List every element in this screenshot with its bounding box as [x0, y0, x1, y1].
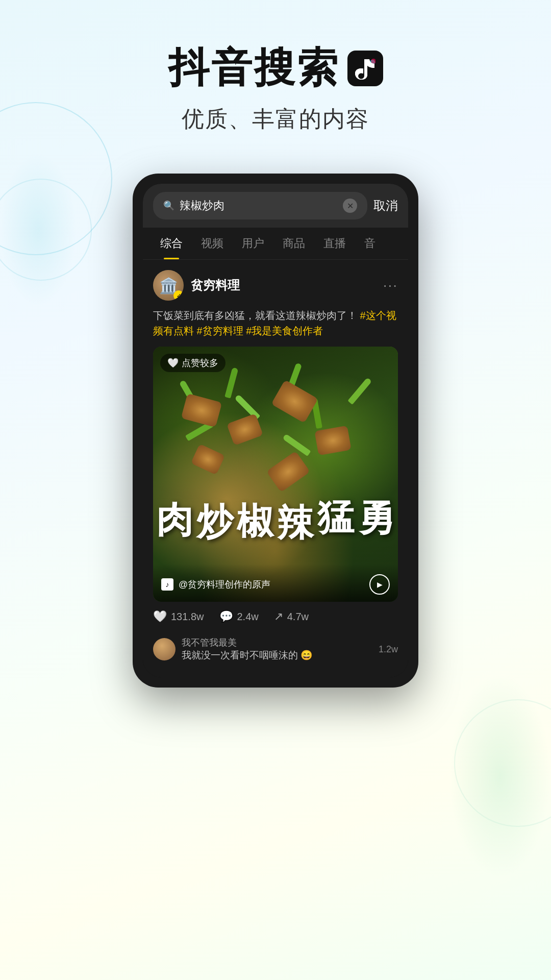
- tiktok-small-icon: ♪: [161, 578, 173, 591]
- comments-stat[interactable]: 💬 2.4w: [219, 610, 259, 623]
- search-cancel-button[interactable]: 取消: [373, 198, 398, 214]
- tab-直播[interactable]: 直播: [314, 228, 355, 259]
- tab-商品[interactable]: 商品: [273, 228, 314, 259]
- creator-name[interactable]: 贫穷料理: [191, 277, 240, 293]
- video-container[interactable]: 勇猛辣椒炒肉 🤍 点赞较多 ♪ @贫穷料理创作的原声 ▶: [153, 347, 398, 602]
- likes-badge-text: 点赞较多: [182, 357, 218, 369]
- tab-bar: 综合 视频 用户 商品 直播 音: [143, 228, 408, 260]
- description-text: 下饭菜到底有多凶猛，就看这道辣椒炒肉了！: [153, 310, 357, 321]
- comment-content: 我不管我最美 我就没一次看时不咽唾沫的 😄: [182, 636, 313, 662]
- post-description: 下饭菜到底有多凶猛，就看这道辣椒炒肉了！ #这个视频有点料 #贫穷料理 #我是美…: [153, 308, 398, 338]
- play-button[interactable]: ▶: [369, 574, 390, 595]
- likes-badge: 🤍 点赞较多: [160, 354, 226, 372]
- shares-count: 4.7w: [287, 611, 309, 623]
- bg-decoration-blob-left: [0, 153, 77, 306]
- commenter-avatar: [153, 638, 176, 660]
- comment-stat-icon: 💬: [219, 610, 233, 623]
- search-icon: 🔍: [163, 200, 174, 211]
- bg-decoration-blob-right: [449, 674, 551, 878]
- tab-音[interactable]: 音: [355, 228, 385, 259]
- tab-用户[interactable]: 用户: [233, 228, 273, 259]
- heart-stat-icon: 🤍: [153, 610, 167, 623]
- search-input-container[interactable]: 🔍 辣椒炒肉 ✕: [153, 192, 367, 219]
- video-bottom-bar: ♪ @贫穷料理创作的原声 ▶: [153, 564, 398, 602]
- main-title: 抖音搜索: [0, 41, 551, 96]
- search-query-text: 辣椒炒肉: [180, 198, 338, 213]
- commenter-name: 我不管我最美: [182, 636, 313, 649]
- video-source-text: @贫穷料理创作的原声: [179, 578, 364, 591]
- hashtag-3[interactable]: #我是美食创作者: [246, 325, 323, 336]
- comment-count: 1.2w: [379, 644, 398, 655]
- comment-preview: 我不管我最美 我就没一次看时不咽唾沫的 😄 1.2w: [153, 631, 398, 667]
- creator-header: 🏛️ ✓ 贫穷料理 ···: [153, 270, 398, 301]
- content-area: 🏛️ ✓ 贫穷料理 ··· 下饭菜到底有多凶猛，就看这道辣椒炒肉了！ #这个视频…: [143, 260, 408, 677]
- engagement-bar: 🤍 131.8w 💬 2.4w ↗ 4.7w: [153, 602, 398, 631]
- video-text-overlay: 勇猛辣椒炒肉: [153, 347, 398, 602]
- likes-count: 131.8w: [171, 611, 204, 623]
- video-thumbnail: 勇猛辣椒炒肉 🤍 点赞较多: [153, 347, 398, 602]
- more-options-button[interactable]: ···: [383, 277, 398, 293]
- hashtag-2[interactable]: #贫穷料理: [197, 325, 243, 336]
- search-bar: 🔍 辣椒炒肉 ✕ 取消: [143, 184, 408, 228]
- phone-frame: 🔍 辣椒炒肉 ✕ 取消 综合 视频 用户 商品: [133, 174, 418, 688]
- comments-count: 2.4w: [237, 611, 259, 623]
- title-text: 抖音搜索: [168, 41, 340, 96]
- creator-info: 🏛️ ✓ 贫穷料理: [153, 270, 240, 301]
- heart-icon: 🤍: [167, 357, 179, 369]
- shares-stat[interactable]: ↗ 4.7w: [274, 610, 309, 623]
- phone-mockup: 🔍 辣椒炒肉 ✕ 取消 综合 视频 用户 商品: [133, 174, 418, 688]
- search-clear-button[interactable]: ✕: [343, 199, 357, 213]
- likes-stat[interactable]: 🤍 131.8w: [153, 610, 204, 623]
- tab-视频[interactable]: 视频: [192, 228, 233, 259]
- subtitle: 优质、丰富的内容: [0, 104, 551, 134]
- verified-badge: ✓: [173, 290, 184, 301]
- tab-综合[interactable]: 综合: [151, 228, 192, 259]
- creator-avatar: 🏛️ ✓: [153, 270, 184, 301]
- phone-screen: 🔍 辣椒炒肉 ✕ 取消 综合 视频 用户 商品: [143, 184, 408, 677]
- comment-text: 我就没一次看时不咽唾沫的 😄: [182, 649, 313, 662]
- video-title-text: 勇猛辣椒炒肉: [154, 472, 396, 476]
- header-section: 抖音搜索 优质、丰富的内容: [0, 0, 551, 155]
- share-stat-icon: ↗: [274, 610, 283, 623]
- tiktok-logo: [347, 51, 383, 86]
